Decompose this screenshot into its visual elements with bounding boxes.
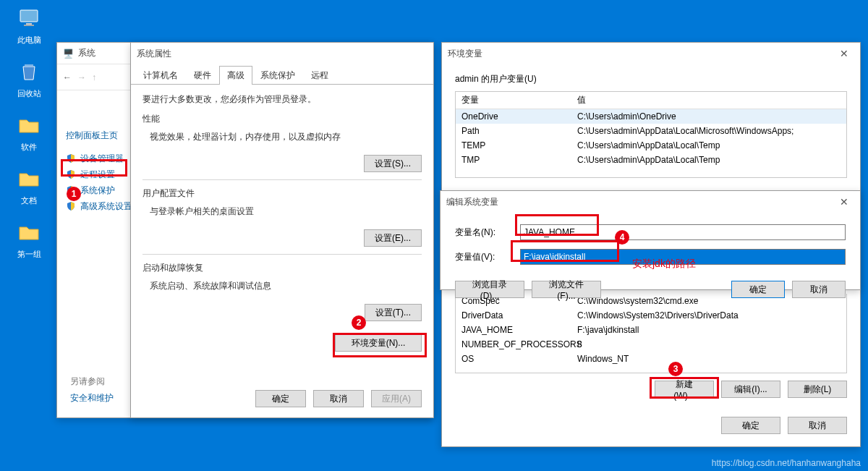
desktop-icon-label: 第一组 bbox=[7, 249, 51, 260]
window-title: 编辑系统变量 bbox=[446, 196, 498, 208]
group-desc: 视觉效果，处理器计划，内存使用，以及虚拟内存 bbox=[150, 131, 422, 143]
edit-button[interactable]: 编辑(I)... bbox=[721, 381, 780, 398]
variable-value-label: 变量值(V): bbox=[455, 251, 520, 263]
tab-bar: 计算机名 硬件 高级 系统保护 远程 bbox=[131, 64, 433, 85]
table-row[interactable]: PathC:\Users\admin\AppData\Local\Microso… bbox=[456, 124, 846, 138]
shield-icon bbox=[66, 153, 76, 164]
performance-group: 性能 视觉效果，处理器计划，内存使用，以及虚拟内存 设置(S)... bbox=[142, 113, 422, 172]
up-icon[interactable]: ↑ bbox=[92, 72, 96, 82]
apply-button[interactable]: 应用(A) bbox=[371, 390, 422, 407]
titlebar[interactable]: 编辑系统变量 ✕ bbox=[441, 191, 860, 213]
settings-e-button[interactable]: 设置(E)... bbox=[364, 229, 422, 247]
variable-name-label: 变量名(N): bbox=[455, 226, 520, 239]
system-vars-buttons: 新建(W)... 编辑(I)... 删除(L) bbox=[455, 381, 847, 398]
variable-name-input[interactable] bbox=[520, 224, 846, 240]
desktop-icon-label: 回收站 bbox=[7, 88, 51, 99]
desktop-icon-folder-software[interactable]: 软件 bbox=[7, 113, 51, 153]
delete-button[interactable]: 删除(L) bbox=[788, 381, 847, 398]
sidebar-item-label: 设备管理器 bbox=[80, 153, 124, 165]
table-row[interactable]: OSWindows_NT bbox=[456, 352, 846, 366]
tab-remote[interactable]: 远程 bbox=[303, 66, 336, 85]
group-title: 用户配置文件 bbox=[142, 187, 422, 200]
desktop-icon-label: 软件 bbox=[7, 142, 51, 153]
annotation-badge-3: 3 bbox=[668, 362, 683, 376]
user-vars-heading: admin 的用户变量(U) bbox=[455, 73, 847, 85]
user-profile-group: 用户配置文件 与登录帐户相关的桌面设置 设置(E)... bbox=[142, 187, 422, 247]
svg-rect-2 bbox=[24, 25, 34, 26]
sidebar-item-label: 系统保护 bbox=[80, 184, 115, 197]
system-vars-table[interactable]: ComSpecC:\Windows\system32\cmd.exe Drive… bbox=[455, 294, 847, 373]
startup-recovery-group: 启动和故障恢复 系统启动、系统故障和调试信息 设置(T)... bbox=[142, 262, 422, 321]
titlebar[interactable]: 环境变量 ✕ bbox=[442, 43, 860, 64]
group-desc: 与登录帐户相关的桌面设置 bbox=[150, 205, 422, 218]
col-value: 值 bbox=[571, 92, 846, 109]
settings-s-button[interactable]: 设置(S)... bbox=[364, 155, 422, 172]
back-icon[interactable]: ← bbox=[63, 72, 72, 82]
desktop-icon-recycle-bin[interactable]: 回收站 bbox=[7, 59, 51, 99]
tab-hardware[interactable]: 硬件 bbox=[186, 66, 219, 85]
group-title: 性能 bbox=[142, 113, 422, 125]
folder-icon bbox=[16, 166, 42, 192]
window-icon: 🖥️ bbox=[63, 48, 74, 59]
window-title: 系统属性 bbox=[137, 48, 171, 60]
dialog-footer: 浏览目录(D)... 浏览文件(F)... 确定 取消 bbox=[441, 281, 860, 305]
desktop-icon-this-pc[interactable]: 此电脑 bbox=[7, 6, 51, 46]
svg-rect-1 bbox=[26, 23, 32, 25]
cancel-button[interactable]: 取消 bbox=[788, 417, 847, 434]
browse-file-button[interactable]: 浏览文件(F)... bbox=[532, 281, 601, 298]
footer-link-security[interactable]: 安全和维护 bbox=[70, 392, 114, 404]
divider bbox=[142, 254, 422, 255]
environment-variables-button[interactable]: 环境变量(N)... bbox=[335, 334, 422, 352]
desktop-icon-folder-docs[interactable]: 文档 bbox=[7, 166, 51, 206]
divider bbox=[142, 179, 422, 180]
dialog-footer: 确定 取消 bbox=[442, 410, 860, 441]
desktop-icon-label: 文档 bbox=[7, 195, 51, 206]
ok-button[interactable]: 确定 bbox=[731, 281, 785, 298]
table-row[interactable]: OneDriveC:\Users\admin\OneDrive bbox=[456, 109, 846, 124]
window-title: 环境变量 bbox=[448, 48, 482, 60]
annotation-badge-4: 4 bbox=[615, 230, 629, 245]
close-icon[interactable]: ✕ bbox=[827, 191, 860, 213]
folder-icon bbox=[16, 113, 42, 139]
table-row[interactable]: NUMBER_OF_PROCESSORS8 bbox=[456, 337, 846, 352]
table-row[interactable]: TMPC:\Users\admin\AppData\Local\Temp bbox=[456, 153, 846, 167]
table-row[interactable]: JAVA_HOMEF:\java\jdkinstall bbox=[456, 323, 846, 337]
forward-icon[interactable]: → bbox=[77, 72, 86, 82]
window-title: 系统 bbox=[78, 47, 95, 59]
cancel-button[interactable]: 取消 bbox=[792, 281, 846, 298]
user-vars-table[interactable]: 变量 值 OneDriveC:\Users\admin\OneDrive Pat… bbox=[455, 91, 847, 178]
edit-system-variable-dialog: 编辑系统变量 ✕ 变量名(N): 变量值(V): 浏览目录(D)... 浏览文件… bbox=[440, 190, 861, 290]
annotation-text: 安装jdk的路径 bbox=[632, 258, 696, 271]
group-desc: 系统启动、系统故障和调试信息 bbox=[150, 280, 422, 292]
col-variable: 变量 bbox=[456, 92, 571, 109]
titlebar[interactable]: 系统属性 bbox=[131, 43, 433, 64]
tab-computer-name[interactable]: 计算机名 bbox=[135, 66, 186, 85]
admin-note: 要进行大多数更改，您必须作为管理员登录。 bbox=[142, 93, 422, 106]
variable-name-row: 变量名(N): bbox=[455, 224, 846, 240]
browse-directory-button[interactable]: 浏览目录(D)... bbox=[455, 281, 524, 298]
desktop-icon-folder-group1[interactable]: 第一组 bbox=[7, 220, 51, 260]
tab-system-protection[interactable]: 系统保护 bbox=[252, 66, 303, 85]
dialog-footer: 确定 取消 应用(A) bbox=[255, 390, 422, 407]
cancel-button[interactable]: 取消 bbox=[313, 390, 364, 407]
annotation-badge-1: 1 bbox=[67, 187, 81, 201]
close-icon[interactable]: ✕ bbox=[827, 43, 860, 64]
table-row[interactable]: TEMPC:\Users\admin\AppData\Local\Temp bbox=[456, 138, 846, 153]
ok-button[interactable]: 确定 bbox=[255, 390, 306, 407]
svg-rect-0 bbox=[20, 10, 38, 22]
table-header: 变量 值 bbox=[456, 92, 846, 109]
sidebar-item-label: 高级系统设置 bbox=[80, 200, 132, 213]
sidebar-item-label: 远程设置 bbox=[80, 169, 115, 181]
folder-icon bbox=[16, 220, 42, 246]
tab-advanced[interactable]: 高级 bbox=[219, 66, 252, 85]
table-row[interactable]: DriverDataC:\Windows\System32\Drivers\Dr… bbox=[456, 308, 846, 323]
group-title: 启动和故障恢复 bbox=[142, 262, 422, 274]
ok-button[interactable]: 确定 bbox=[721, 417, 780, 434]
sidebar-footer: 另请参阅 安全和维护 bbox=[70, 371, 114, 404]
monitor-icon bbox=[16, 6, 42, 32]
system-properties-dialog: 系统属性 计算机名 硬件 高级 系统保护 远程 要进行大多数更改，您必须作为管理… bbox=[130, 42, 434, 418]
settings-t-button[interactable]: 设置(T)... bbox=[365, 304, 422, 321]
shield-icon bbox=[66, 201, 76, 211]
annotation-badge-2: 2 bbox=[352, 315, 366, 330]
new-button[interactable]: 新建(W)... bbox=[655, 381, 714, 398]
